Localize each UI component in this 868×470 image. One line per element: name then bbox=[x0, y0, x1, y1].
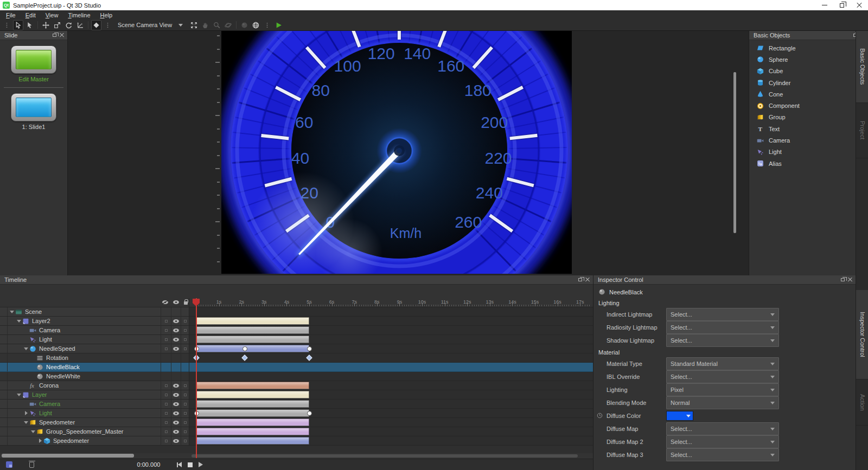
track-cell-layer[interactable] bbox=[189, 390, 593, 400]
tab-project[interactable]: Project bbox=[856, 103, 868, 158]
expander-closed-icon[interactable] bbox=[23, 410, 29, 416]
object-item-group[interactable]: Group bbox=[749, 112, 868, 123]
visibility-toggle[interactable] bbox=[171, 326, 181, 334]
menu-edit[interactable]: Edit bbox=[21, 11, 41, 19]
timebar[interactable] bbox=[196, 391, 309, 398]
timebar[interactable] bbox=[196, 326, 309, 334]
axis-mode-toggle-button[interactable] bbox=[75, 20, 85, 30]
keyframe-marker[interactable] bbox=[307, 346, 312, 351]
lock-toggle[interactable] bbox=[181, 344, 189, 353]
lock-toggle[interactable] bbox=[181, 418, 189, 427]
material-type-dropdown[interactable]: Standard Material bbox=[666, 357, 779, 370]
track-horizontal-scrollbar[interactable] bbox=[192, 454, 578, 458]
shadow-lightmap-dropdown[interactable]: Select... bbox=[666, 334, 779, 347]
track-cell-needlespeed[interactable] bbox=[189, 344, 593, 353]
keyframe-marker[interactable] bbox=[307, 411, 312, 416]
wireframe-mode-button[interactable] bbox=[251, 20, 261, 30]
scene-render-area[interactable]: 020406080100120140160180200220240260Km/h bbox=[221, 31, 572, 274]
track-cell-group-speedometer-master[interactable] bbox=[189, 427, 593, 436]
shy-toggle[interactable] bbox=[161, 409, 171, 417]
keyframe-diamond[interactable] bbox=[306, 355, 312, 360]
object-item-rectangle[interactable]: Rectangle bbox=[749, 42, 868, 54]
select-tool-button[interactable] bbox=[13, 20, 23, 30]
visibility-toggle[interactable] bbox=[171, 427, 181, 436]
timebar[interactable] bbox=[196, 409, 309, 417]
lock-toggle[interactable] bbox=[181, 436, 189, 445]
track-cell-needleblack[interactable] bbox=[189, 363, 593, 372]
float-panel-icon[interactable] bbox=[53, 34, 56, 37]
visibility-toggle[interactable] bbox=[171, 400, 181, 408]
lock-toggle[interactable] bbox=[181, 409, 189, 417]
go-to-start-button[interactable] bbox=[177, 462, 182, 467]
track-cell-light[interactable] bbox=[189, 409, 593, 418]
diffuse-map-2-dropdown[interactable]: Select... bbox=[666, 435, 779, 448]
track-cell-rotation[interactable] bbox=[189, 353, 593, 363]
minimize-button[interactable] bbox=[816, 0, 833, 10]
lock-toggle[interactable] bbox=[181, 381, 189, 390]
visibility-toggle[interactable] bbox=[171, 381, 181, 390]
indirect-lightmap-dropdown[interactable]: Select... bbox=[666, 308, 779, 321]
expander-open-icon[interactable] bbox=[23, 346, 29, 351]
scale-tool-button[interactable] bbox=[52, 20, 62, 30]
visibility-toggle[interactable] bbox=[171, 335, 181, 344]
restore-button[interactable] bbox=[833, 0, 851, 10]
expander-open-icon[interactable] bbox=[9, 309, 15, 314]
object-item-sphere[interactable]: Sphere bbox=[749, 54, 868, 65]
radiosity-lightmap-dropdown[interactable]: Select... bbox=[666, 321, 779, 334]
fit-selected-button[interactable] bbox=[189, 20, 199, 30]
track-cell-speedometer[interactable] bbox=[189, 436, 593, 446]
grip-button[interactable] bbox=[2, 20, 12, 30]
shy-toggle-icon[interactable] bbox=[162, 300, 168, 304]
shy-toggle[interactable] bbox=[161, 390, 171, 399]
track-cell-needlewhite[interactable] bbox=[189, 372, 593, 381]
shy-toggle[interactable] bbox=[161, 335, 171, 344]
slide-item-1[interactable]: Edit Master bbox=[0, 46, 67, 82]
visibility-toggle[interactable] bbox=[171, 409, 181, 417]
menu-timeline[interactable]: Timeline bbox=[63, 11, 95, 19]
shy-toggle[interactable] bbox=[161, 436, 171, 445]
keyframe-marker[interactable] bbox=[242, 346, 247, 351]
lock-toggle[interactable] bbox=[181, 400, 189, 408]
track-cell-layer2[interactable] bbox=[189, 317, 593, 326]
ibl-override-dropdown[interactable]: Select... bbox=[666, 370, 779, 383]
lock-toggle[interactable] bbox=[181, 317, 189, 325]
lighting-dropdown[interactable]: Pixel bbox=[666, 383, 779, 396]
select-group-tool-button[interactable] bbox=[24, 20, 35, 30]
shy-toggle[interactable] bbox=[161, 427, 171, 436]
tab-basic-objects[interactable]: Basic Objects bbox=[856, 31, 868, 103]
object-item-cone[interactable]: Cone bbox=[749, 88, 868, 100]
timebar[interactable] bbox=[196, 419, 309, 426]
position-tool-button[interactable] bbox=[41, 20, 51, 30]
tab-inspector-control[interactable]: Inspector Control bbox=[856, 290, 868, 379]
expander-open-icon[interactable] bbox=[23, 420, 29, 425]
scene-viewport[interactable]: 020406080100120140160180200220240260Km/h bbox=[68, 31, 749, 275]
close-panel-icon[interactable] bbox=[848, 278, 852, 282]
track-cell-camera[interactable] bbox=[189, 400, 593, 409]
timebar[interactable] bbox=[196, 428, 309, 435]
lock-toggle-icon[interactable] bbox=[184, 301, 188, 305]
viewport-vertical-scrollbar[interactable] bbox=[733, 72, 736, 233]
animated-clock-icon[interactable] bbox=[597, 413, 603, 419]
delete-object-icon[interactable] bbox=[29, 462, 34, 468]
tree-track-divider[interactable] bbox=[189, 298, 189, 446]
diffuse-color-swatch[interactable] bbox=[666, 411, 693, 421]
close-panel-icon[interactable] bbox=[585, 278, 590, 282]
visibility-toggle[interactable] bbox=[171, 436, 181, 445]
timeline-ruler[interactable]: 1s2s3s4s5s6s7s8s9s10s11s12s13s14s15s16s1… bbox=[0, 298, 593, 307]
rotate-tool-button[interactable] bbox=[63, 20, 74, 30]
menu-file[interactable]: File bbox=[1, 11, 21, 19]
object-item-cube[interactable]: Cube bbox=[749, 66, 868, 77]
slide-item-2[interactable]: 1: Slide1 bbox=[0, 93, 67, 130]
shy-toggle[interactable] bbox=[161, 317, 171, 325]
shy-toggle[interactable] bbox=[161, 344, 171, 353]
shy-toggle[interactable] bbox=[161, 418, 171, 427]
camera-view-dropdown[interactable]: Scene Camera View bbox=[113, 20, 188, 30]
visibility-toggle[interactable] bbox=[171, 317, 181, 325]
float-panel-icon[interactable] bbox=[841, 278, 845, 281]
stop-button[interactable] bbox=[188, 462, 193, 467]
lock-toggle[interactable] bbox=[181, 427, 189, 436]
track-cell-speedometer[interactable] bbox=[189, 418, 593, 427]
shy-toggle[interactable] bbox=[161, 400, 171, 408]
play-button[interactable] bbox=[199, 462, 203, 467]
preview-play-button[interactable] bbox=[273, 20, 284, 30]
